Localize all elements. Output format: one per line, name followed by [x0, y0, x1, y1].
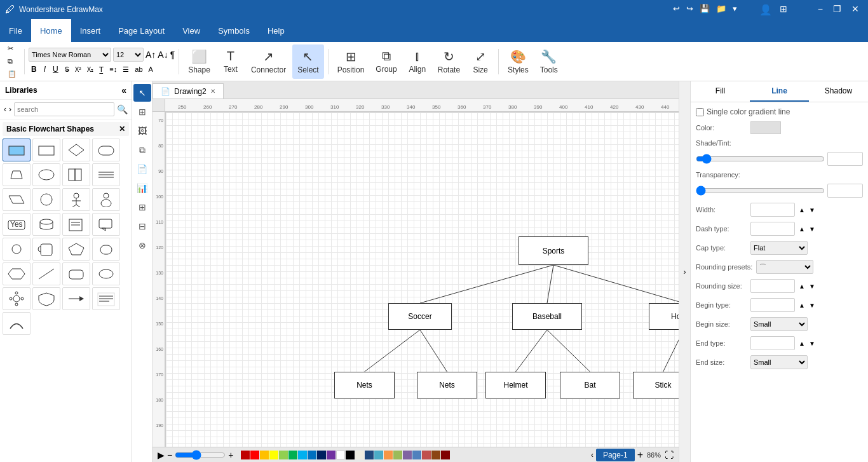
swatch-red[interactable]: [250, 451, 259, 459]
diagram-node-nets1[interactable]: Nets: [334, 372, 395, 398]
shape-ellipse[interactable]: [32, 163, 60, 186]
minus-zoom[interactable]: −: [167, 450, 172, 460]
rotate-btn[interactable]: ↻ Rotate: [433, 44, 465, 79]
font-size-decrease[interactable]: A↓: [158, 50, 168, 60]
swatch-green-light[interactable]: [279, 451, 288, 459]
shape-cross-rect[interactable]: [62, 163, 90, 186]
swatch-brown[interactable]: [431, 451, 440, 459]
strikethrough-btn[interactable]: S̶: [63, 65, 71, 74]
group-btn[interactable]: ⧉ Group: [370, 44, 402, 79]
end-type-down-btn[interactable]: ▼: [809, 340, 815, 347]
dash-up-btn[interactable]: ▲: [799, 226, 805, 233]
dashboard-btn[interactable]: ⊞: [133, 103, 151, 121]
transparency-slider[interactable]: [696, 186, 825, 196]
cap-select[interactable]: Flat: [750, 241, 808, 255]
diagram-node-soccer[interactable]: Soccer: [388, 303, 452, 330]
select-tool-btn[interactable]: ↖ Select: [292, 44, 323, 79]
category-close-icon[interactable]: ✕: [119, 125, 125, 133]
connections-btn[interactable]: ⊗: [133, 236, 151, 254]
nav-next-btn[interactable]: ›: [9, 105, 11, 114]
begin-type-input[interactable]: 00: [750, 298, 795, 312]
end-type-input[interactable]: 00: [750, 336, 795, 350]
zoom-slider[interactable]: [175, 450, 226, 460]
font-size-select[interactable]: 12: [113, 48, 144, 62]
shape-stadium[interactable]: [92, 238, 120, 261]
shape-cylinder[interactable]: [32, 213, 60, 236]
font-family-select[interactable]: Times New Roman: [29, 48, 111, 62]
nav-prev-btn[interactable]: ‹: [4, 105, 6, 114]
paste-btn[interactable]: 📋: [4, 69, 20, 80]
menu-help[interactable]: Help: [259, 19, 294, 42]
italic-btn[interactable]: I: [41, 64, 48, 75]
swatch-green[interactable]: [288, 451, 297, 459]
layout-btn[interactable]: ⊟: [133, 217, 151, 235]
gradient-checkbox[interactable]: [696, 108, 704, 116]
shape-scroll[interactable]: [32, 238, 60, 261]
swatch-cornflower[interactable]: [412, 451, 421, 459]
swatch-purple[interactable]: [327, 451, 336, 459]
width-up-btn[interactable]: ▲: [799, 207, 805, 214]
shape-line[interactable]: [32, 262, 60, 285]
shape-tool-btn[interactable]: ⬜ Shape: [183, 44, 215, 79]
canvas-wrapper[interactable]: 250 260 270 280 290 300 310 320 330 340 …: [153, 99, 679, 447]
rounding-presets-select[interactable]: ⌒: [756, 260, 813, 274]
paragraph-icon[interactable]: ¶: [170, 50, 175, 60]
swatch-navy[interactable]: [317, 451, 326, 459]
shape-circle[interactable]: [32, 188, 60, 211]
shape-ellipse2[interactable]: [92, 262, 120, 285]
text-style-btn[interactable]: ab: [133, 65, 144, 74]
shape-comment[interactable]: [92, 213, 120, 236]
underline-btn[interactable]: U: [50, 64, 61, 75]
line-tab[interactable]: Line: [750, 81, 809, 102]
swatch-white[interactable]: [336, 451, 345, 459]
diagram-node-helmet[interactable]: Helmet: [485, 372, 546, 398]
menu-view[interactable]: View: [173, 19, 209, 42]
dash-down-btn[interactable]: ▼: [809, 226, 815, 233]
swatch-sage[interactable]: [393, 451, 402, 459]
toolbar-folder[interactable]: 📁: [714, 4, 728, 16]
begin-size-select[interactable]: Small: [750, 317, 808, 331]
line-spacing-btn[interactable]: ≡↕: [107, 65, 119, 74]
swatch-dark-blue[interactable]: [365, 451, 374, 459]
user-icon[interactable]: 👤: [757, 4, 775, 16]
dash-input[interactable]: 00: [750, 222, 795, 236]
menu-symbols[interactable]: Symbols: [209, 19, 259, 42]
menu-page-layout[interactable]: Page Layout: [109, 19, 173, 42]
shape-small-circle[interactable]: [3, 238, 31, 261]
rounding-up-btn[interactable]: ▲: [799, 283, 805, 290]
page-tab-1[interactable]: Page-1: [596, 449, 635, 461]
gradient-checkbox-label[interactable]: Single color gradient line: [696, 107, 790, 116]
diagram-node-baseball[interactable]: Baseball: [512, 303, 582, 330]
rounding-size-input[interactable]: 0.00 mm: [750, 279, 795, 293]
swatch-black[interactable]: [346, 451, 355, 459]
cut-btn[interactable]: ✂: [4, 43, 20, 55]
begin-type-up-btn[interactable]: ▲: [799, 302, 805, 309]
shape-shield[interactable]: [32, 287, 60, 310]
text-case-btn[interactable]: T̲: [97, 65, 105, 74]
minimize-btn[interactable]: −: [814, 4, 827, 16]
width-down-btn[interactable]: ▼: [809, 207, 815, 214]
position-btn[interactable]: ⊞ Position: [332, 44, 370, 79]
swatch-cyan[interactable]: [298, 451, 307, 459]
swatch-maroon[interactable]: [441, 451, 450, 459]
shadow-tab[interactable]: Shadow: [809, 81, 868, 102]
shape-arrow[interactable]: [62, 287, 90, 310]
rounding-down-btn[interactable]: ▼: [809, 283, 815, 290]
shade-value-input[interactable]: -90 %: [827, 152, 863, 166]
shape-pentagon[interactable]: [62, 238, 90, 261]
copy-btn[interactable]: ⧉: [4, 56, 20, 67]
shapes-category-header[interactable]: Basic Flowchart Shapes ✕: [3, 122, 129, 136]
tools-btn[interactable]: 🔧 Tools: [535, 44, 563, 79]
menu-home[interactable]: Home: [31, 19, 71, 42]
end-type-up-btn[interactable]: ▲: [799, 340, 805, 347]
toolbar-save[interactable]: 💾: [698, 4, 712, 16]
right-panel-collapse-btn[interactable]: ›: [679, 81, 690, 462]
shape-note[interactable]: [62, 213, 90, 236]
color-picker[interactable]: [750, 121, 781, 134]
bold-btn[interactable]: B: [29, 64, 39, 75]
chart-btn[interactable]: 📊: [133, 179, 151, 197]
sidebar-collapse-btn[interactable]: «: [121, 85, 126, 95]
shape-parallelogram[interactable]: [3, 188, 31, 211]
align-btn[interactable]: ⫿ Align: [403, 44, 431, 79]
subscript-btn[interactable]: X₂: [85, 65, 96, 74]
